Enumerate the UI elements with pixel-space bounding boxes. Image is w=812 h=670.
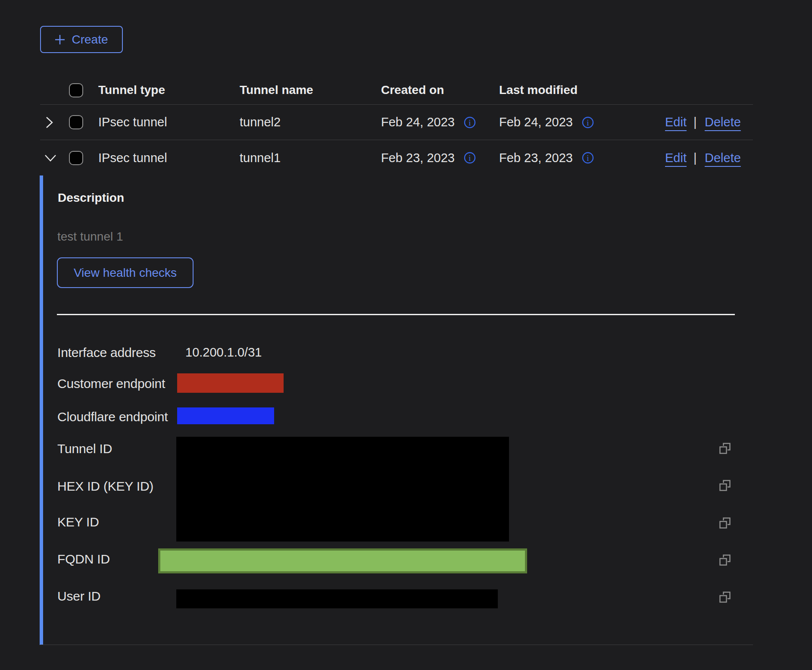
svg-text:i: i — [468, 118, 471, 127]
svg-text:i: i — [587, 118, 589, 127]
svg-text:i: i — [587, 153, 589, 163]
svg-text:i: i — [468, 153, 471, 163]
